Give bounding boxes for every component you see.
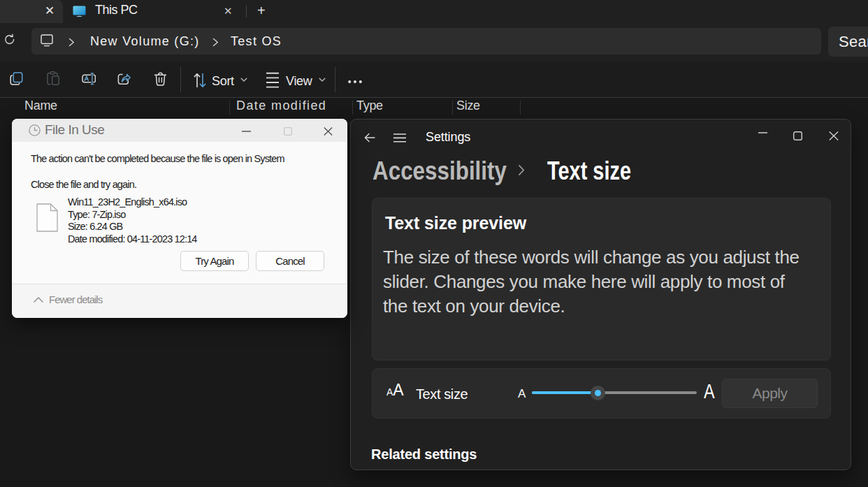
- svg-text:Accessibility: Accessibility: [372, 157, 507, 185]
- svg-text:Text size: Text size: [547, 157, 631, 185]
